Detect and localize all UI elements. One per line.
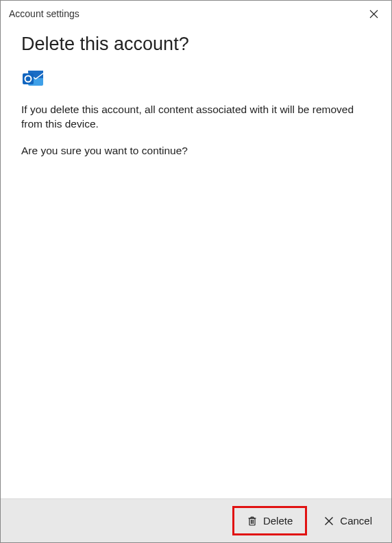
- confirmation-question: Are you sure you want to continue?: [21, 144, 371, 158]
- delete-button-label: Delete: [263, 515, 293, 527]
- dialog-content: Delete this account? If you delete this …: [1, 27, 391, 498]
- cancel-button[interactable]: Cancel: [314, 506, 382, 535]
- close-icon: [369, 10, 378, 19]
- warning-text-1: If you delete this account, all content …: [21, 103, 371, 132]
- delete-highlight: Delete: [232, 506, 307, 535]
- x-icon: [323, 516, 334, 527]
- delete-button[interactable]: Delete: [237, 511, 302, 531]
- window-close-button[interactable]: [363, 5, 384, 23]
- titlebar: Account settings: [1, 1, 391, 27]
- dialog-heading: Delete this account?: [21, 34, 371, 55]
- dialog-footer: Delete Cancel: [1, 498, 391, 542]
- window-title: Account settings: [9, 8, 79, 19]
- trash-icon: [247, 516, 258, 527]
- cancel-button-label: Cancel: [340, 515, 372, 527]
- svg-rect-4: [23, 73, 34, 84]
- outlook-icon: [21, 67, 45, 90]
